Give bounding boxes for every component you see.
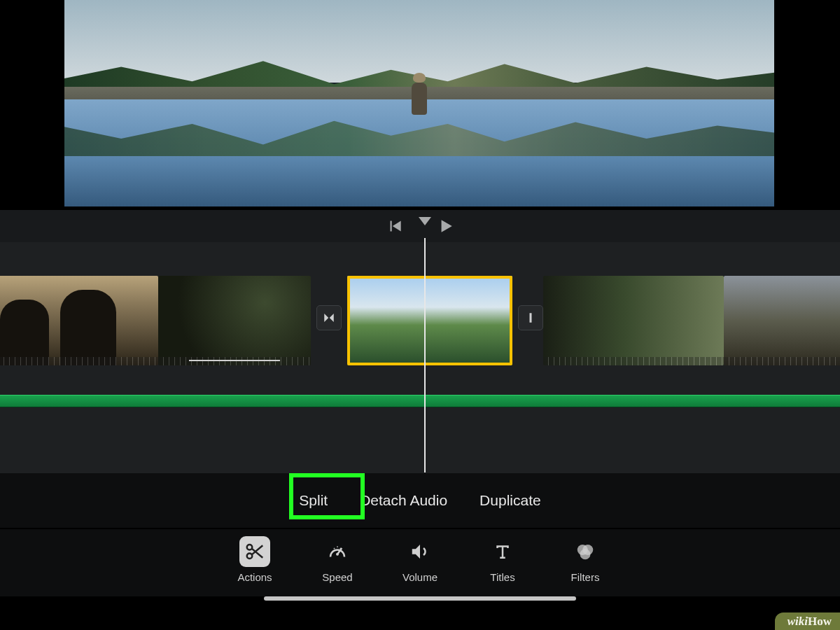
speed-tool[interactable]: Speed xyxy=(312,536,363,583)
gauge-icon xyxy=(327,541,348,562)
filters-icon xyxy=(575,541,596,562)
playhead-marker-icon[interactable] xyxy=(419,217,431,225)
duplicate-button[interactable]: Duplicate xyxy=(475,485,545,516)
clip-selected[interactable] xyxy=(347,276,512,365)
transition-handle-left[interactable] xyxy=(316,305,342,330)
titles-tool[interactable]: Titles xyxy=(477,536,528,583)
play-icon xyxy=(436,217,454,235)
toolbar-scroll-indicator[interactable] xyxy=(264,596,576,601)
edge-icon xyxy=(524,312,537,324)
svg-point-6 xyxy=(580,549,591,559)
tool-label: Titles xyxy=(490,571,514,583)
text-icon xyxy=(492,541,513,562)
scissors-icon xyxy=(244,541,265,562)
detach-audio-button[interactable]: Detach Audio xyxy=(356,485,451,516)
actions-tool[interactable]: Actions xyxy=(230,536,280,583)
tool-label: Filters xyxy=(571,571,600,583)
video-preview[interactable] xyxy=(64,0,774,206)
volume-tool[interactable]: Volume xyxy=(395,536,445,583)
transition-icon xyxy=(323,312,335,324)
tool-label: Volume xyxy=(402,571,438,583)
skip-back-icon xyxy=(386,217,404,235)
clip[interactable] xyxy=(543,276,724,365)
clip[interactable] xyxy=(724,276,840,365)
play-button[interactable] xyxy=(436,217,454,235)
svg-point-3 xyxy=(336,553,339,556)
clip[interactable] xyxy=(0,276,158,365)
svg-rect-0 xyxy=(530,313,532,323)
transport-bar xyxy=(0,210,840,242)
skip-back-button[interactable] xyxy=(386,217,404,235)
audio-track[interactable] xyxy=(0,395,840,407)
split-button[interactable]: Split xyxy=(295,485,332,516)
clip-action-menu: Split Detach Audio Duplicate xyxy=(0,473,840,528)
tool-label: Actions xyxy=(237,571,272,583)
wikihow-watermark: wikiHow xyxy=(775,612,840,630)
toolbar: Actions Speed Volume Titles xyxy=(0,529,840,596)
tool-label: Speed xyxy=(322,571,352,583)
video-track[interactable] xyxy=(0,276,840,365)
transition-handle-right[interactable] xyxy=(518,305,543,330)
timeline[interactable] xyxy=(0,242,840,494)
filters-tool[interactable]: Filters xyxy=(560,536,610,583)
playhead-line[interactable] xyxy=(424,238,426,472)
speaker-icon xyxy=(410,541,430,562)
clip[interactable] xyxy=(158,276,311,365)
